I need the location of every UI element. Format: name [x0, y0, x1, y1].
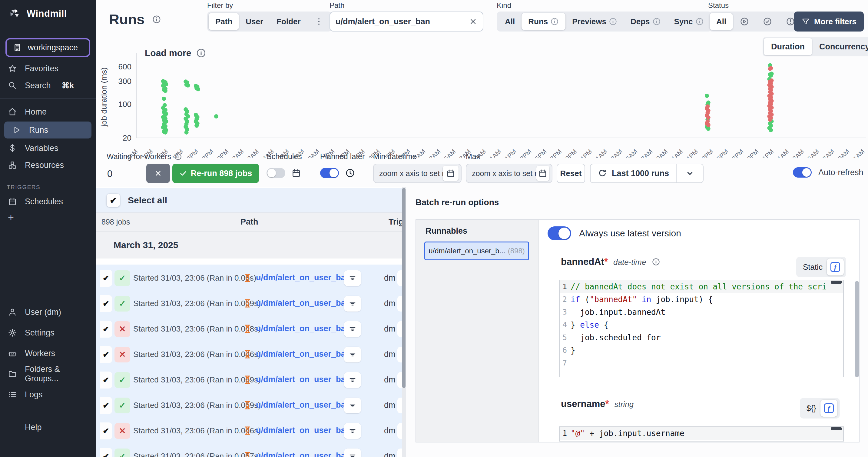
sidebar-item-workers[interactable]: Workers — [0, 343, 96, 364]
row-checkbox[interactable]: ✔ — [100, 346, 112, 363]
auto-refresh-toggle[interactable] — [793, 167, 812, 178]
sidebar-item-home[interactable]: Home — [0, 103, 96, 120]
row-checkbox[interactable]: ✔ — [100, 448, 112, 457]
filter-by-path-button[interactable] — [344, 449, 361, 457]
run-path-link[interactable]: u/dm/alert_on_user_ban — [256, 400, 350, 410]
filter-by-option-folder[interactable]: Folder — [270, 13, 307, 30]
filter-by-option-kebab-icon[interactable] — [307, 13, 331, 30]
code-line[interactable]: 1"@" + job.input.username — [560, 427, 843, 440]
filter-by-path-button[interactable] — [344, 296, 361, 312]
min-datetime-value: zoom x axis to set min (dr — [379, 169, 443, 178]
help-icon — [8, 423, 17, 432]
status-option-play-circle-icon[interactable] — [733, 13, 756, 30]
workspace-switcher[interactable]: workingspace — [5, 38, 90, 57]
template-mode-label[interactable]: ${} — [807, 404, 816, 413]
run-path-link[interactable]: u/dm/alert_on_user_ban — [256, 375, 350, 384]
sidebar-item-folders-groups-[interactable]: Folders & Groups... — [0, 364, 96, 384]
sidebar-item-user-dm-[interactable]: User (dm) — [0, 302, 96, 322]
filter-by-path-button[interactable] — [344, 423, 361, 439]
path-filter-input[interactable]: u/dm/alert_on_user_ban — [330, 11, 484, 31]
filter-by-path-button[interactable] — [344, 347, 361, 363]
runnable-item[interactable]: u/dm/alert_on_user_b... (898) — [424, 241, 529, 260]
sidebar-item-logs[interactable]: Logs — [0, 384, 96, 405]
sidebar-item-help[interactable]: Help — [0, 420, 96, 435]
javascript-editor-button[interactable]: f — [820, 400, 837, 417]
filter-by-path-button[interactable] — [344, 270, 361, 286]
row-checkbox[interactable]: ✔ — [100, 423, 112, 439]
calendar-icon[interactable] — [443, 166, 459, 181]
duration-scatter-chart[interactable]: job duration (ms)6003001002010AM12PM2PM4… — [96, 39, 868, 158]
run-path-link[interactable]: u/dm/alert_on_user_ban — [256, 349, 350, 359]
kind-option-previews[interactable]: Previews — [565, 13, 624, 30]
row-checkbox[interactable]: ✔ — [100, 321, 112, 338]
svg-text:3PM: 3PM — [519, 148, 533, 158]
code-line[interactable]: 1// bannedAt does not exist on all versi… — [560, 280, 843, 293]
calendar-icon — [8, 197, 17, 206]
code-token: "bannedAt" — [590, 293, 637, 306]
code-line[interactable]: 2if ("bannedAt" in job.input) { — [560, 293, 843, 306]
sidebar-item-resources[interactable]: Resources — [0, 157, 96, 174]
reset-button[interactable]: Reset — [557, 164, 585, 183]
filter-by-option-user[interactable]: User — [239, 13, 270, 30]
code-token: + job.input.username — [585, 427, 684, 440]
run-path-link[interactable]: u/dm/alert_on_user_ban — [256, 426, 350, 435]
row-checkbox[interactable]: ✔ — [100, 372, 112, 389]
sidebar-item-favorites[interactable]: Favorites — [0, 60, 96, 77]
run-started-text: Started 31/03, 23:06 (Ran in 0.06s) — [133, 273, 256, 283]
sidebar-item-search[interactable]: Search⌘k — [0, 77, 96, 94]
latest-version-toggle[interactable] — [548, 226, 571, 240]
planned-later-toggle[interactable] — [320, 168, 339, 178]
path-filter-value: u/dm/alert_on_user_ban — [336, 17, 430, 26]
last-runs-dropdown[interactable] — [677, 164, 703, 182]
run-path-link[interactable]: u/dm/alert_on_user_ban — [256, 273, 350, 282]
status-option-check-circle-icon[interactable] — [756, 13, 779, 30]
code-line[interactable]: 3 job.input.bannedAt — [560, 306, 843, 318]
play-circle-icon — [740, 17, 749, 26]
run-path-link[interactable]: u/dm/alert_on_user_ban — [256, 324, 350, 333]
more-filters-button[interactable]: More filters — [794, 11, 864, 31]
kind-option-deps[interactable]: Deps — [624, 13, 668, 30]
bannedAt-code-editor[interactable]: 1// bannedAt does not exist on all versi… — [559, 280, 844, 377]
run-path-link[interactable]: u/dm/alert_on_user_ban — [256, 451, 350, 457]
min-datetime-input[interactable]: zoom x axis to set min (dr — [373, 164, 462, 183]
sidebar-item-settings[interactable]: Settings — [0, 322, 96, 343]
cancel-selection-button[interactable] — [146, 164, 170, 183]
schedules-toggle[interactable] — [267, 168, 285, 178]
run-path-link[interactable]: u/dm/alert_on_user_ban — [256, 298, 350, 308]
info-icon[interactable] — [152, 15, 161, 24]
kind-option-sync[interactable]: Sync — [668, 13, 711, 30]
sidebar-item-runs[interactable]: Runs — [4, 121, 91, 139]
calendar-icon[interactable] — [536, 166, 549, 181]
editor-hscrollbar[interactable] — [831, 427, 842, 430]
code-line[interactable]: 4} else { — [560, 318, 843, 331]
row-checkbox[interactable]: ✔ — [100, 397, 112, 414]
max-datetime-input[interactable]: zoom x axis to set max — [466, 164, 552, 183]
filter-by-option-path[interactable]: Path — [209, 13, 239, 30]
code-line[interactable]: 6} — [560, 344, 843, 357]
info-icon[interactable] — [652, 258, 660, 266]
kind-option-runs[interactable]: Runs — [522, 13, 565, 30]
list-scrollbar[interactable] — [402, 187, 406, 457]
row-checkbox[interactable]: ✔ — [100, 295, 112, 312]
rerun-jobs-button[interactable]: Re-run 898 jobs — [172, 164, 259, 183]
username-code-editor[interactable]: 1"@" + job.input.username — [559, 426, 844, 441]
sidebar-collapse-button[interactable] — [0, 435, 96, 449]
sidebar-item-variables[interactable]: Variables — [0, 140, 96, 157]
editor-hscrollbar[interactable] — [831, 281, 842, 284]
static-mode-label[interactable]: Static — [803, 262, 823, 272]
status-option-all[interactable]: All — [710, 13, 733, 30]
sidebar-item-schedules[interactable]: Schedules — [0, 193, 96, 210]
javascript-editor-button[interactable]: f — [827, 258, 844, 276]
kind-option-all[interactable]: All — [498, 13, 522, 30]
last-runs-button[interactable]: Last 1000 runs — [591, 164, 677, 182]
code-line[interactable]: 5 job.scheduled_for — [560, 331, 843, 344]
filter-by-path-button[interactable] — [344, 372, 361, 388]
sidebar-add-trigger-button[interactable]: + — [0, 210, 96, 225]
select-all-checkbox[interactable]: ✔ — [106, 194, 120, 207]
clear-icon[interactable] — [469, 17, 477, 26]
filter-by-path-button[interactable] — [344, 398, 361, 413]
panel-scrollbar[interactable] — [855, 281, 859, 377]
row-checkbox[interactable]: ✔ — [100, 270, 112, 287]
code-line[interactable]: 7 — [560, 357, 843, 369]
filter-by-path-button[interactable] — [344, 321, 361, 337]
